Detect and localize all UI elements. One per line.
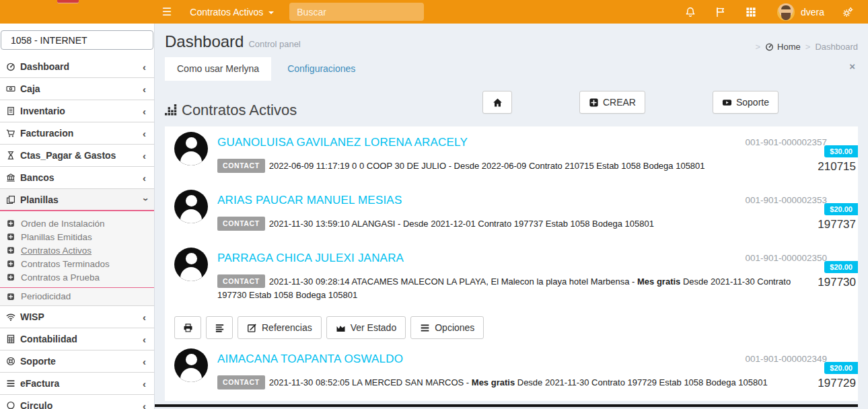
panel-title: Contratos Activos — [165, 102, 482, 119]
opciones-button[interactable]: Opciones — [410, 316, 484, 339]
plus-square-icon — [7, 246, 15, 254]
pencil-square-icon — [247, 323, 257, 333]
contact-badge: CONTACT — [217, 274, 265, 289]
sidebar-item-label: Inventario — [20, 106, 65, 116]
user-menu[interactable]: dvera — [777, 3, 824, 21]
chevron-left-icon: ‹ — [143, 150, 146, 161]
sidebar-item-planillas[interactable]: Planillas‹ — [0, 189, 154, 211]
sidebar-item-circulo[interactable]: Circulo‹ — [0, 395, 154, 409]
sidebar-item-soporte[interactable]: Soporte‹ — [0, 350, 154, 373]
contract-name-link[interactable]: GUANOLUISA GAVILANEZ LORENA ARACELY — [217, 136, 816, 149]
sidebar-item-label: Contabilidad — [20, 334, 77, 344]
contract-id: 197730 — [818, 276, 856, 289]
contract-doc-number: 001-901-000002353 — [745, 195, 827, 205]
flag-icon[interactable] — [706, 7, 736, 17]
contract-doc-number: 001-901-000002349 — [745, 354, 827, 364]
sidebar-item-bancos[interactable]: Bancos‹ — [0, 167, 154, 189]
crear-button[interactable]: CREAR — [579, 91, 645, 114]
apps-grid-icon[interactable] — [736, 7, 766, 17]
submenu-item-orden-de-instalaci-n[interactable]: Orden de Instalación — [0, 217, 154, 230]
plus-square-icon — [7, 233, 15, 241]
contract-doc-number: 001-901-000002357 — [745, 137, 827, 147]
sidebar-item-label: Planillas — [20, 194, 59, 205]
breadcrumb-current: Dashboard — [815, 42, 858, 52]
bank-icon — [6, 173, 20, 182]
price-badge: $20.00 — [824, 261, 858, 273]
sidebar-item-facturacion[interactable]: Facturacion‹ — [0, 122, 154, 145]
sidebar-item-inventario[interactable]: Inventario‹ — [0, 100, 154, 122]
close-icon[interactable]: × — [849, 61, 855, 71]
sidebar-item-label: Dashboard — [20, 61, 69, 72]
submenu-item-contratos-activos[interactable]: Contratos Activos — [0, 244, 154, 257]
sidebar-item-caja[interactable]: Caja‹ — [0, 78, 154, 100]
contract-id: 197729 — [818, 377, 856, 390]
contract-name-link[interactable]: PARRAGA CHICA JULEXI JANARA — [217, 252, 816, 265]
sidebar-item-dashboard[interactable]: Dashboard‹ — [0, 56, 154, 78]
tab-como-usar-merlyna[interactable]: Como usar Merlyna — [165, 57, 271, 81]
submenu-item-periodicidad[interactable]: Periodicidad — [0, 287, 154, 301]
plus-square-icon — [589, 98, 599, 108]
hamburger-icon[interactable]: ☰ — [162, 7, 172, 17]
detail-highlight: Mes gratis — [637, 276, 680, 287]
gears-icon[interactable] — [832, 7, 863, 17]
price-badge: $30.00 — [824, 145, 858, 157]
printer-icon — [183, 323, 193, 333]
chevron-left-icon: ‹ — [143, 356, 146, 367]
panel-title-label: Contratos Activos — [182, 102, 297, 119]
bars-icon — [420, 323, 430, 333]
plus-square-icon — [7, 293, 15, 301]
button-label: Referencias — [262, 322, 312, 333]
list-button[interactable] — [206, 316, 233, 339]
contract-name-link[interactable]: ARIAS PAUCAR MANUEL MESIAS — [217, 194, 816, 207]
ver-estado-button[interactable]: Ver Estado — [326, 316, 406, 339]
sidebar-item-ctas-pagar-gastos[interactable]: Ctas_Pagar & Gastos‹ — [0, 145, 154, 167]
sidebar-item-wisp[interactable]: WISP‹ — [0, 306, 154, 328]
sidebar-item-label: eFactura — [20, 378, 59, 389]
contract-doc-number: 001-901-000002350 — [745, 253, 827, 263]
search-input[interactable] — [289, 3, 424, 21]
breadcrumb-separator: > — [805, 42, 811, 52]
equalizer-icon — [165, 104, 178, 116]
sidebar-item-label: WISP — [20, 311, 44, 322]
referencias-button[interactable]: Referencias — [238, 316, 322, 339]
bell-icon[interactable] — [676, 7, 706, 17]
sidebar-item-contabilidad[interactable]: Contabilidad‹ — [0, 328, 154, 350]
sidebar-item-efactura[interactable]: eFactura‹ — [0, 373, 154, 395]
chevron-left-icon: ‹ — [143, 172, 146, 184]
wifi-icon — [6, 312, 20, 322]
breadcrumb-home[interactable]: Home — [765, 42, 801, 52]
button-label: Opciones — [435, 322, 474, 333]
home-button[interactable] — [482, 91, 512, 114]
contact-badge: CONTACT — [217, 375, 265, 389]
tab-configuraciones[interactable]: Configuraciones — [271, 57, 371, 81]
circle-icon — [6, 401, 20, 409]
avatar — [777, 3, 795, 21]
contact-badge: CONTACT — [217, 217, 265, 231]
contract-name-link[interactable]: AIMACANA TOAPANTA OSWALDO — [217, 352, 816, 366]
button-label: Ver Estado — [351, 322, 397, 333]
contact-badge: CONTACT — [217, 159, 265, 173]
contract-row: AIMACANA TOAPANTA OSWALDOCONTACT2021-11-… — [165, 343, 858, 401]
crear-label: CREAR — [603, 97, 636, 108]
chevron-left-icon: ‹ — [143, 334, 146, 345]
chevron-left-icon: ‹ — [143, 128, 146, 139]
calculator-icon — [6, 334, 20, 344]
soporte-button[interactable]: Soporte — [713, 91, 779, 114]
user-avatar-icon — [174, 348, 208, 382]
print-button[interactable] — [174, 316, 201, 339]
company-select[interactable]: 1058 - INTERNET — [1, 30, 153, 50]
detail-highlight: Mes gratis — [472, 377, 515, 387]
submenu-item-contratos-a-prueba[interactable]: Contratos a Prueba — [0, 270, 154, 284]
submenu-item-planillas-emitidas[interactable]: Planillas Emitidas — [0, 230, 154, 244]
submenu-item-contratos-terminados[interactable]: Contratos Terminados — [0, 257, 154, 270]
chevron-left-icon: ‹ — [143, 61, 146, 73]
copy-icon — [6, 195, 20, 204]
price-badge: $20.00 — [824, 203, 858, 215]
navbar-menu-dropdown[interactable]: Contratos Activos — [190, 7, 274, 17]
main-content: DashboardControl panel > Home > Dashboar… — [155, 24, 868, 409]
breadcrumb-separator: > — [756, 42, 761, 52]
contract-row: PARRAGA CHICA JULEXI JANARACONTACT2021-1… — [165, 242, 858, 314]
th-list-icon — [215, 323, 225, 333]
contract-id: 210715 — [818, 160, 856, 174]
chevron-left-icon: ‹ — [143, 378, 146, 389]
